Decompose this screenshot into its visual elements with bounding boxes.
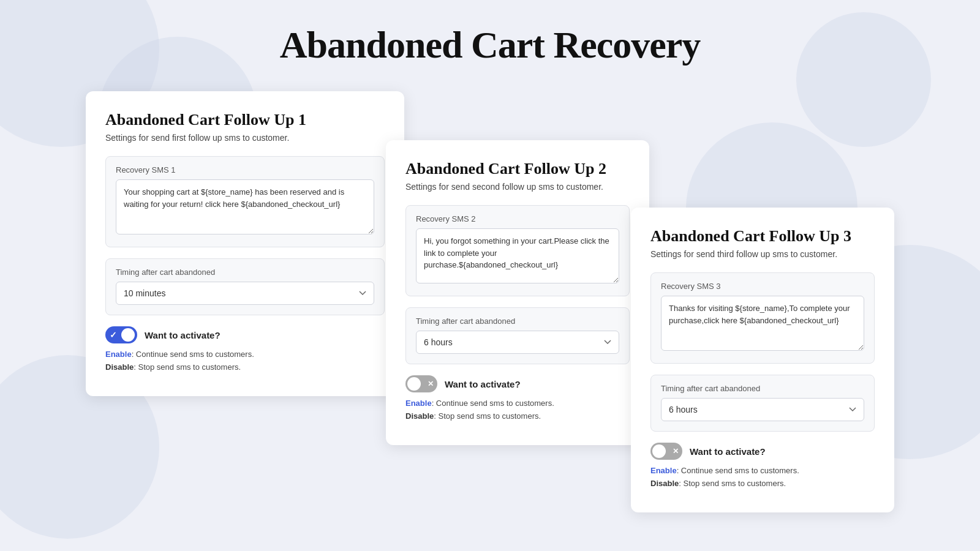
card2-sms-textarea[interactable]: [416, 228, 619, 283]
card2-toggle[interactable]: ✕: [405, 375, 437, 392]
card2-sms-group: Recovery SMS 2: [405, 205, 630, 296]
card-followup-3: Abandoned Cart Follow Up 3 Settings for …: [631, 208, 894, 512]
cards-container: Abandoned Cart Follow Up 1 Settings for …: [0, 91, 980, 512]
card3-activate-label: Want to activate?: [690, 446, 766, 457]
card1-hint-enable-text: : Continue send sms to customers.: [132, 350, 254, 359]
card1-activate-section: ✓ Want to activate? Enable: Continue sen…: [105, 326, 385, 374]
card1-sms-label: Recovery SMS 1: [116, 165, 374, 174]
card3-timing-select[interactable]: 10 minutes 30 minutes 1 hour 3 hours 6 h…: [661, 398, 864, 421]
card3-sms-label: Recovery SMS 3: [661, 282, 864, 291]
card3-timing-group: Timing after cart abandoned 10 minutes 3…: [650, 375, 875, 432]
card2-activate-row: ✕ Want to activate?: [405, 375, 630, 392]
card1-timing-label: Timing after cart abandoned: [116, 268, 374, 277]
card2-toggle-x: ✕: [428, 380, 434, 388]
card3-sms-textarea[interactable]: [661, 296, 864, 351]
card3-hint: Enable: Continue send sms to customers. …: [650, 465, 875, 490]
card1-toggle[interactable]: ✓: [105, 326, 137, 343]
card3-hint-enable-text: : Continue send sms to customers.: [677, 466, 799, 475]
card1-hint-disable: Disable: [105, 362, 134, 372]
card-followup-2: Abandoned Cart Follow Up 2 Settings for …: [386, 140, 649, 445]
card2-activate-section: ✕ Want to activate? Enable: Continue sen…: [405, 375, 630, 423]
card1-subtitle: Settings for send first follow up sms to…: [105, 133, 385, 143]
card3-hint-disable-text: : Stop send sms to customers.: [679, 479, 786, 488]
card2-timing-label: Timing after cart abandoned: [416, 317, 619, 326]
card3-subtitle: Settings for send third follow up sms to…: [650, 249, 875, 259]
card2-hint-disable-text: : Stop send sms to customers.: [434, 411, 541, 421]
card3-sms-group: Recovery SMS 3: [650, 272, 875, 364]
page-title: Abandoned Cart Recovery: [0, 0, 980, 91]
card2-hint-enable-text: : Continue send sms to customers.: [432, 399, 554, 408]
card2-hint-enable: Enable: [405, 399, 432, 408]
card-followup-1: Abandoned Cart Follow Up 1 Settings for …: [86, 91, 404, 396]
card1-sms-textarea[interactable]: [116, 179, 374, 234]
card3-toggle-knob: [652, 444, 666, 458]
card3-activate-section: ✕ Want to activate? Enable: Continue sen…: [650, 443, 875, 490]
card1-title: Abandoned Cart Follow Up 1: [105, 111, 385, 129]
card1-hint: Enable: Continue send sms to customers. …: [105, 348, 385, 374]
card3-toggle-x: ✕: [673, 447, 679, 455]
card2-toggle-knob: [407, 377, 421, 391]
card1-activate-row: ✓ Want to activate?: [105, 326, 385, 343]
card1-toggle-knob: [121, 328, 135, 342]
card3-timing-label: Timing after cart abandoned: [661, 384, 864, 393]
card3-title: Abandoned Cart Follow Up 3: [650, 227, 875, 246]
card1-hint-disable-text: : Stop send sms to customers.: [134, 362, 241, 372]
card1-timing-group: Timing after cart abandoned 10 minutes 3…: [105, 258, 385, 315]
card3-hint-disable: Disable: [650, 479, 679, 488]
card2-hint-disable: Disable: [405, 411, 434, 421]
card2-activate-label: Want to activate?: [445, 379, 521, 389]
card2-sms-label: Recovery SMS 2: [416, 214, 619, 223]
card2-hint: Enable: Continue send sms to customers. …: [405, 397, 630, 423]
card1-sms-group: Recovery SMS 1: [105, 156, 385, 247]
card3-hint-enable: Enable: [650, 466, 677, 475]
card2-subtitle: Settings for send second follow up sms t…: [405, 182, 630, 192]
card1-timing-select[interactable]: 10 minutes 30 minutes 1 hour 3 hours 6 h…: [116, 282, 374, 305]
card2-title: Abandoned Cart Follow Up 2: [405, 160, 630, 178]
card1-activate-label: Want to activate?: [145, 330, 221, 340]
card1-toggle-check: ✓: [110, 330, 117, 340]
card2-timing-select[interactable]: 10 minutes 30 minutes 1 hour 3 hours 6 h…: [416, 331, 619, 354]
card3-activate-row: ✕ Want to activate?: [650, 443, 875, 460]
card3-toggle[interactable]: ✕: [650, 443, 682, 460]
card1-hint-enable: Enable: [105, 350, 132, 359]
card2-timing-group: Timing after cart abandoned 10 minutes 3…: [405, 307, 630, 364]
